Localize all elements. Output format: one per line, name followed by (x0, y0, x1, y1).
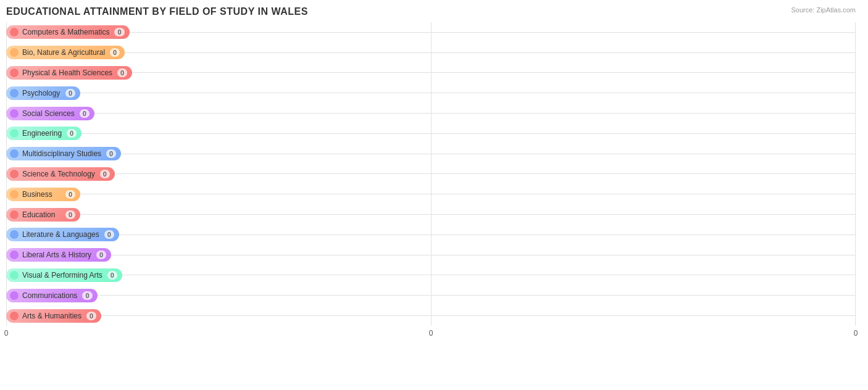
bar-label-computers: Computers & Mathematics (22, 28, 109, 36)
bar-label-area-arts: Arts & Humanities 0 (6, 309, 101, 323)
bar-line-computers (130, 32, 856, 33)
bar-label-business: Business (22, 190, 61, 199)
bar-label-area-science: Science & Technology 0 (6, 167, 115, 181)
bar-row-liberal: Liberal Arts & History 0 (6, 246, 856, 264)
bar-label-area-literature: Literature & Languages 0 (6, 228, 119, 241)
bar-row-physical: Physical & Health Sciences 0 (6, 64, 856, 82)
bar-pill-business: Business 0 (6, 188, 80, 201)
bar-dot-business (10, 190, 19, 199)
bar-dot-multidisciplinary (10, 149, 19, 158)
chart-area: Computers & Mathematics 0 Bio, Nature & … (6, 22, 856, 344)
bars-section: Computers & Mathematics 0 Bio, Nature & … (6, 22, 856, 344)
bar-line-education (80, 214, 856, 215)
bar-value-bio: 0 (110, 48, 120, 57)
bar-label-psychology: Psychology (22, 89, 61, 98)
bar-row-multidisciplinary: Multidisciplinary Studies 0 (6, 144, 856, 163)
bar-value-social: 0 (80, 109, 90, 118)
bar-line-business (80, 194, 856, 194)
bar-value-physical: 0 (117, 68, 127, 77)
bar-dot-psychology (10, 89, 19, 98)
bar-label-area-computers: Computers & Mathematics 0 (6, 25, 130, 39)
x-label-1: 0 (429, 329, 433, 338)
bar-value-visual: 0 (107, 271, 117, 280)
bar-label-multidisciplinary: Multidisciplinary Studies (22, 149, 101, 158)
bar-label-area-engineering: Engineering 0 (6, 127, 81, 140)
bar-line-social (94, 113, 856, 114)
bar-line-arts (101, 315, 856, 316)
bar-value-business: 0 (65, 190, 75, 199)
bar-pill-computers: Computers & Mathematics 0 (6, 25, 130, 39)
bar-value-liberal: 0 (96, 251, 106, 259)
bar-line-literature (119, 234, 856, 235)
bar-label-area-social: Social Sciences 0 (6, 107, 94, 120)
bar-pill-visual: Visual & Performing Arts 0 (6, 268, 122, 282)
bar-label-communications: Communications (22, 291, 77, 300)
bar-label-area-bio: Bio, Nature & Agricultural 0 (6, 46, 125, 59)
x-label-0: 0 (4, 329, 9, 338)
bar-dot-literature (10, 230, 19, 239)
bar-dot-physical (10, 68, 19, 77)
bar-value-engineering: 0 (67, 129, 77, 138)
bar-dot-visual (10, 271, 19, 280)
bar-label-engineering: Engineering (22, 129, 62, 138)
bar-dot-arts (10, 312, 19, 320)
bar-pill-liberal: Liberal Arts & History 0 (6, 248, 111, 262)
bar-pill-education: Education 0 (6, 208, 80, 222)
bar-label-physical: Physical & Health Sciences (22, 68, 112, 77)
bar-row-computers: Computers & Mathematics 0 (6, 23, 856, 41)
bar-line-communications (98, 295, 856, 296)
chart-title: EDUCATIONAL ATTAINMENT BY FIELD OF STUDY… (6, 6, 856, 17)
bar-dot-social (10, 109, 19, 118)
bar-row-social: Social Sciences 0 (6, 104, 856, 123)
bar-label-area-physical: Physical & Health Sciences 0 (6, 66, 132, 80)
bar-value-arts: 0 (86, 312, 96, 320)
bar-label-literature: Literature & Languages (22, 230, 99, 239)
bar-pill-communications: Communications 0 (6, 289, 98, 302)
bar-row-engineering: Engineering 0 (6, 124, 856, 143)
bar-label-area-liberal: Liberal Arts & History 0 (6, 248, 111, 262)
bar-pill-bio: Bio, Nature & Agricultural 0 (6, 46, 125, 59)
bar-value-multidisciplinary: 0 (106, 149, 116, 158)
bar-dot-science (10, 170, 19, 178)
bar-line-multidisciplinary (121, 154, 856, 154)
bar-value-communications: 0 (82, 291, 92, 300)
bar-value-education: 0 (65, 210, 75, 219)
chart-container: EDUCATIONAL ATTAINMENT BY FIELD OF STUDY… (0, 0, 868, 390)
bar-line-science (115, 173, 856, 174)
bar-label-bio: Bio, Nature & Agricultural (22, 48, 105, 57)
bar-pill-engineering: Engineering 0 (6, 127, 81, 140)
bar-dot-bio (10, 48, 19, 57)
bar-row-literature: Literature & Languages 0 (6, 225, 856, 244)
bar-line-physical (132, 72, 856, 73)
bar-dot-education (10, 210, 19, 219)
bar-value-psychology: 0 (65, 89, 75, 98)
bar-line-visual (122, 275, 856, 275)
bar-pill-social: Social Sciences 0 (6, 107, 94, 120)
bar-label-social: Social Sciences (22, 109, 75, 118)
bar-row-education: Education 0 (6, 205, 856, 224)
bar-row-psychology: Psychology 0 (6, 84, 856, 102)
bar-label-area-psychology: Psychology 0 (6, 86, 80, 100)
bar-dot-engineering (10, 129, 19, 138)
bar-value-science: 0 (100, 170, 110, 178)
x-label-2: 0 (854, 329, 858, 338)
bar-pill-arts: Arts & Humanities 0 (6, 309, 101, 323)
x-axis: 0 0 0 (6, 329, 856, 344)
bar-pill-psychology: Psychology 0 (6, 86, 80, 100)
source-label: Source: ZipAtlas.com (791, 6, 856, 14)
bar-row-arts: Arts & Humanities 0 (6, 307, 856, 325)
bar-pill-science: Science & Technology 0 (6, 167, 115, 181)
bar-dot-liberal (10, 251, 19, 259)
bar-value-literature: 0 (104, 230, 114, 239)
bar-pill-multidisciplinary: Multidisciplinary Studies 0 (6, 147, 121, 160)
bar-label-area-education: Education 0 (6, 208, 80, 222)
bar-row-bio: Bio, Nature & Agricultural 0 (6, 43, 856, 62)
bar-line-psychology (80, 93, 856, 93)
bar-label-area-multidisciplinary: Multidisciplinary Studies 0 (6, 147, 121, 160)
bar-label-area-communications: Communications 0 (6, 289, 98, 302)
bar-dot-communications (10, 291, 19, 300)
bar-label-liberal: Liberal Arts & History (22, 251, 91, 259)
bar-row-visual: Visual & Performing Arts 0 (6, 266, 856, 284)
bar-line-engineering (81, 133, 856, 134)
bar-label-area-business: Business 0 (6, 188, 80, 201)
